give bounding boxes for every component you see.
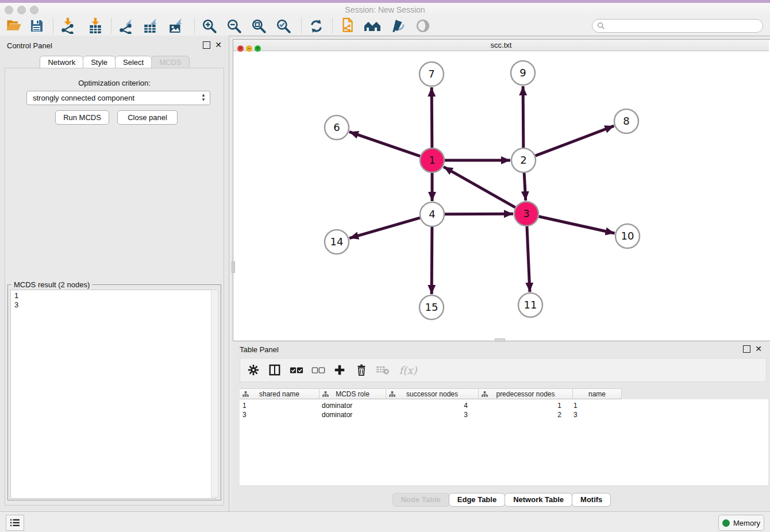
network-window-titlebar: ✕–+ scc.txt [233, 40, 769, 51]
edge-2-3[interactable] [524, 173, 526, 201]
cell-mcds_role[interactable]: dominator [322, 410, 352, 419]
edge-3-11[interactable] [527, 226, 530, 292]
float-panel-icon[interactable] [203, 41, 210, 49]
edge-1-7[interactable] [432, 87, 432, 148]
zoom-out-icon[interactable] [225, 17, 243, 34]
list-icon [10, 518, 20, 527]
node-label: 3 [523, 207, 529, 219]
cell-name[interactable]: 3 [573, 410, 578, 419]
zoom-in-icon[interactable] [200, 17, 218, 34]
toolbar-separator [111, 18, 111, 33]
table-options-icon[interactable] [245, 361, 262, 379]
import-network-icon[interactable] [59, 17, 77, 34]
control-panel: Control Panel ✕ NetworkStyleSelectMCDS O… [0, 36, 229, 511]
node-1[interactable]: 1 [420, 148, 444, 172]
delete-table-icon[interactable] [374, 361, 391, 379]
cell-shared_name[interactable]: 3 [242, 410, 247, 419]
save-session-icon[interactable] [28, 17, 46, 34]
mcds-result-title: MCDS result (2 nodes) [11, 280, 92, 289]
criterion-dropdown[interactable]: strongly connected component ▲▼ [26, 91, 210, 105]
network-view-window: ✕–+ scc.txt 1234678910111415 [233, 39, 770, 341]
mcds-result-scrollbar[interactable] [211, 290, 218, 498]
task-history-button[interactable] [6, 515, 24, 531]
edge-3-10[interactable] [538, 217, 614, 233]
search-field[interactable] [592, 19, 763, 33]
node-9[interactable]: 9 [511, 61, 535, 85]
node-11[interactable]: 11 [518, 293, 542, 317]
control-panel-title: Control Panel [7, 41, 52, 50]
search-input[interactable] [608, 21, 763, 30]
cell-successor_nodes[interactable]: 4 [385, 401, 468, 410]
cell-mcds_role[interactable]: dominator [322, 401, 352, 410]
add-column-icon[interactable] [331, 361, 348, 379]
edge-4-15[interactable] [432, 227, 432, 294]
edge-3-1[interactable] [444, 167, 515, 207]
network-graph-canvas[interactable]: 1234678910111415 [233, 51, 769, 340]
cell-name[interactable]: 1 [573, 401, 578, 410]
close-panel-icon[interactable]: ✕ [215, 42, 222, 48]
deselect-all-check-icon[interactable] [310, 361, 327, 379]
edge-4-3[interactable] [445, 214, 513, 214]
node-label: 10 [621, 230, 634, 242]
open-session-icon[interactable] [5, 17, 23, 34]
node-15[interactable]: 15 [419, 295, 444, 319]
node-4[interactable]: 4 [420, 202, 444, 226]
column-label: shared name [259, 390, 299, 398]
export-table-icon[interactable] [141, 17, 160, 34]
function-builder-icon[interactable]: f(x) [396, 361, 419, 379]
edge-1-6[interactable] [349, 132, 420, 156]
column-header-MCDS-role[interactable]: MCDS role [319, 388, 386, 399]
edge-2-8[interactable] [536, 126, 614, 156]
edge-4-14[interactable] [349, 218, 420, 238]
show-hide-icon[interactable] [414, 17, 432, 34]
node-3[interactable]: 3 [514, 202, 538, 226]
zoom-selected-icon[interactable] [274, 17, 292, 34]
node-6[interactable]: 6 [325, 115, 349, 140]
table-body[interactable]: 1dominator4113dominator323 [240, 399, 768, 486]
delete-column-icon[interactable] [353, 361, 370, 379]
cell-successor_nodes[interactable]: 3 [385, 410, 468, 419]
show-column-icon[interactable] [266, 361, 283, 379]
edge-2-9[interactable] [523, 86, 523, 148]
home-icon[interactable] [363, 17, 382, 34]
refresh-icon[interactable] [307, 17, 325, 34]
close-panel-icon[interactable]: ✕ [755, 346, 762, 352]
node-14[interactable]: 14 [325, 230, 349, 254]
node-label: 2 [520, 154, 526, 166]
column-header-name[interactable]: name [573, 388, 622, 399]
node-7[interactable]: 7 [419, 62, 444, 86]
mcds-result-list[interactable]: 13 [10, 290, 216, 499]
column-header-successor-nodes[interactable]: successor nodes [386, 388, 479, 399]
close-panel-button[interactable]: Close panel [117, 110, 178, 125]
float-panel-icon[interactable] [743, 345, 750, 353]
memory-button[interactable]: Memory [718, 515, 764, 531]
select-all-check-icon[interactable] [288, 361, 305, 379]
node-8[interactable]: 8 [614, 109, 638, 133]
cell-predecessor_nodes[interactable]: 1 [477, 401, 561, 410]
node-2[interactable]: 2 [511, 148, 536, 172]
toolbar-separator [332, 18, 333, 33]
clone-network-icon[interactable] [338, 17, 356, 34]
export-image-icon[interactable] [167, 17, 185, 34]
column-header-shared-name[interactable]: shared name [240, 388, 319, 399]
node-label: 6 [333, 121, 340, 133]
search-icon [597, 22, 605, 30]
tab-node-table[interactable]: Node Table [392, 493, 449, 507]
status-bar: Memory [0, 511, 770, 532]
cell-predecessor_nodes[interactable]: 2 [477, 410, 561, 419]
node-10[interactable]: 10 [615, 224, 640, 248]
run-mcds-button[interactable]: Run MCDS [55, 110, 109, 125]
tab-edge-table[interactable]: Edge Table [449, 493, 505, 507]
apply-style-icon[interactable] [388, 17, 407, 34]
vertical-splitter-handle[interactable] [232, 261, 235, 273]
tab-network-table[interactable]: Network Table [505, 493, 572, 507]
column-header-predecessor-nodes[interactable]: predecessor nodes [479, 388, 573, 399]
import-table-icon[interactable] [86, 17, 105, 34]
export-network-icon[interactable] [117, 17, 135, 34]
memory-status-icon [722, 519, 730, 527]
mcds-result-group: MCDS result (2 nodes) 13 [7, 284, 221, 500]
column-label: successor nodes [406, 390, 458, 398]
tab-motifs[interactable]: Motifs [572, 493, 611, 507]
zoom-fit-icon[interactable] [249, 17, 268, 34]
cell-shared_name[interactable]: 1 [242, 401, 247, 410]
